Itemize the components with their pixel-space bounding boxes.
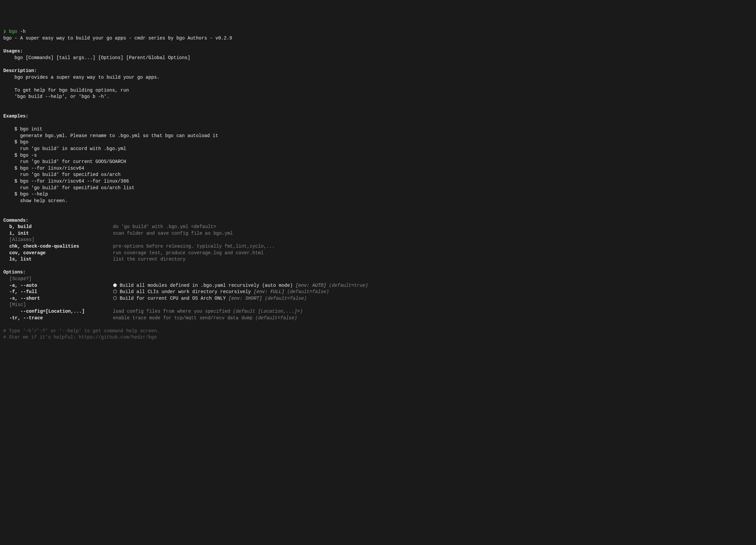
command-key: ls, list xyxy=(3,256,113,263)
option-desc-cell: ⬡ Build for current CPU and OS Arch ONLY… xyxy=(113,295,753,302)
command-desc: list the current directory xyxy=(113,256,753,263)
command-key: b, build xyxy=(3,224,113,230)
option-env: [env: FULL] xyxy=(254,289,284,294)
prompt-char: ❯ xyxy=(3,29,6,34)
option-desc-cell: ⬢ Build all modules defined in .bgo.yaml… xyxy=(113,282,753,289)
footer-line: # Star me if it's helpful: https://githu… xyxy=(3,334,157,340)
command-key: i, init xyxy=(3,230,113,237)
usages-header: Usages: xyxy=(3,48,23,54)
hexagon-outline-icon: ⬡ xyxy=(113,295,117,302)
example-desc: generate bgo.yml. Please rename to .bgo.… xyxy=(3,133,218,138)
example-cmd: $ bgo -s xyxy=(3,153,37,158)
command-desc: run coverage test, produce coverage.log … xyxy=(113,250,753,257)
option-default: (default=false) xyxy=(284,289,329,294)
example-desc: show help screen. xyxy=(3,198,67,204)
hexagon-filled-icon: ⬢ xyxy=(113,282,117,289)
prompt-command: bgo xyxy=(9,29,17,34)
option-key: -f, --full xyxy=(3,289,113,295)
command-row: b, builddo 'go build' with .bgo.yml <def… xyxy=(3,224,753,230)
command-desc: scan folder and save config file as bgo.… xyxy=(113,230,753,237)
option-default: (default=false) xyxy=(255,315,297,320)
terminal-output: ❯ bgo -h bgo - A super easy way to build… xyxy=(3,29,753,341)
app-title-line: bgo - A super easy way to build your go … xyxy=(3,36,232,41)
group-label-row: [Misc] xyxy=(3,302,753,308)
prompt-arg: -h xyxy=(20,29,26,34)
option-desc: enable trace mode for tcp/mqtt send/recv… xyxy=(113,315,255,320)
option-row: -s, --short⬡ Build for current CPU and O… xyxy=(3,295,753,302)
description-line: bgo provides a super easy way to build y… xyxy=(3,75,159,80)
option-key: -tr, --trace xyxy=(3,315,113,321)
command-desc: pre-options before releasing. typically … xyxy=(113,243,753,250)
examples-header: Examples: xyxy=(3,114,29,119)
option-desc-cell: enable trace mode for tcp/mqtt send/recv… xyxy=(113,315,753,321)
example-desc: run 'go build' for current GOOS/GOARCH xyxy=(3,159,126,164)
footer-line: # Type '-h'/'-?' or '--help' to get comm… xyxy=(3,328,159,333)
option-row: --config=[Location,...]load config files… xyxy=(3,308,753,315)
group-label-row: [Scope?] xyxy=(3,276,753,282)
option-row: -f, --full⬡ Build all CLIs under work di… xyxy=(3,289,753,295)
option-key: --config=[Location,...] xyxy=(3,308,113,315)
options-header: Options: xyxy=(3,270,26,275)
example-cmd: $ bgo --for linux/riscv64 xyxy=(3,166,84,171)
commands-header: Commands: xyxy=(3,218,29,223)
option-desc: Build all CLIs under work directory recu… xyxy=(120,289,253,294)
command-desc: do 'go build' with .bgo.yml <default> xyxy=(113,224,753,230)
option-desc: Build for current CPU and OS Arch ONLY xyxy=(120,296,229,301)
command-row: chk, check-code-qualitiespre-options bef… xyxy=(3,243,753,250)
option-desc-cell: load config files from where you specifi… xyxy=(113,308,753,315)
option-env: [env: AUTO] xyxy=(296,283,326,288)
usages-line: bgo [Commands] [tail args...] [Options] … xyxy=(3,55,190,60)
option-desc: load config files from where you specifi… xyxy=(113,309,233,314)
option-desc-cell: ⬡ Build all CLIs under work directory re… xyxy=(113,289,753,295)
option-default: (default [Location,...]=) xyxy=(233,309,303,314)
example-cmd: $ bgo --for linux/riscv64 --for linux/38… xyxy=(3,179,129,184)
option-row: -a, --auto⬢ Build all modules defined in… xyxy=(3,282,753,289)
option-default: (default=true) xyxy=(326,283,368,288)
example-desc: run 'go build' for specified os/arch lis… xyxy=(3,185,135,191)
option-key: -a, --auto xyxy=(3,282,113,289)
group-label-row: [Aliases] xyxy=(3,237,753,243)
example-cmd: $ bgo xyxy=(3,139,29,145)
command-row: ls, listlist the current directory xyxy=(3,256,753,263)
example-desc: run 'go build' for specified os/arch xyxy=(3,172,121,177)
scope-label: [Scope?] xyxy=(3,276,113,282)
command-key: cov, coverage xyxy=(3,250,113,257)
hexagon-outline-icon: ⬡ xyxy=(113,289,117,295)
option-row: -tr, --traceenable trace mode for tcp/mq… xyxy=(3,315,753,321)
command-key: chk, check-code-qualities xyxy=(3,243,113,250)
option-default: (default=false) xyxy=(262,296,307,301)
option-key: -s, --short xyxy=(3,295,113,302)
command-row: cov, coveragerun coverage test, produce … xyxy=(3,250,753,257)
misc-label: [Misc] xyxy=(3,302,113,308)
example-cmd: $ bgo init xyxy=(3,127,43,132)
aliases-label: [Aliases] xyxy=(3,237,113,243)
description-line: To get help for bgo building options, ru… xyxy=(3,88,129,93)
command-row: i, initscan folder and save config file … xyxy=(3,230,753,237)
example-cmd: $ bgo --help xyxy=(3,192,48,197)
example-desc: run 'go build' in accord with .bgo.yml xyxy=(3,146,126,151)
description-line: 'bgo build --help', or 'bgo b -h'. xyxy=(3,94,109,99)
option-env: [env: SHORT] xyxy=(229,296,262,301)
option-desc: Build all modules defined in .bgo.yaml r… xyxy=(120,283,295,288)
description-header: Description: xyxy=(3,68,37,73)
